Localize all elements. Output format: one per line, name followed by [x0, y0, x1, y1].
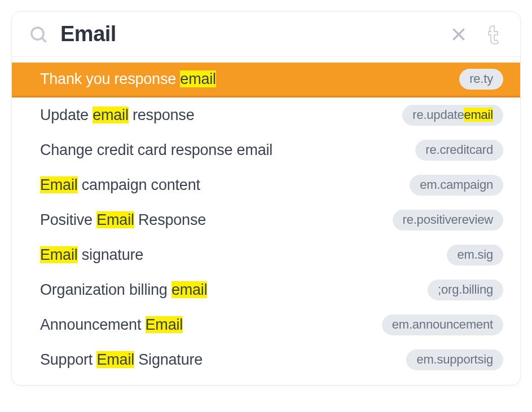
result-key-pill: re.updateemail — [402, 105, 503, 126]
result-label: Change credit card response email — [40, 141, 272, 159]
results-list: Thank you response emailre.tyUpdate emai… — [12, 57, 520, 385]
result-key-pill: em.sig — [447, 245, 503, 265]
result-label: Thank you response email — [40, 70, 216, 88]
result-key-pill: em.supportsig — [406, 349, 503, 370]
search-bar — [12, 12, 520, 57]
result-label: Email campaign content — [40, 176, 200, 194]
search-input[interactable] — [60, 22, 438, 46]
result-row[interactable]: Support Email Signatureem.supportsig — [12, 342, 520, 377]
result-row[interactable]: Change credit card response emailre.cred… — [12, 132, 520, 167]
result-label: Update email response — [40, 107, 194, 124]
result-label: Announcement Email — [40, 316, 183, 334]
search-icon — [29, 25, 48, 44]
result-row[interactable]: Announcement Emailem.announcement — [12, 307, 520, 342]
result-label: Support Email Signature — [40, 351, 203, 369]
clear-icon[interactable] — [450, 26, 467, 43]
result-label: Organization billing email — [40, 281, 207, 299]
result-row[interactable]: Email signatureem.sig — [12, 237, 520, 272]
result-row[interactable]: Thank you response emailre.ty — [12, 63, 520, 98]
result-key-pill: re.creditcard — [415, 140, 503, 161]
result-key-pill: re.positivereview — [393, 210, 503, 231]
result-row[interactable]: Update email responsere.updateemail — [12, 98, 520, 132]
result-key-pill: em.campaign — [410, 175, 503, 196]
result-label: Email signature — [40, 246, 143, 264]
svg-line-1 — [42, 38, 46, 41]
result-key-pill: re.ty — [459, 69, 503, 90]
result-key-pill: ;org.billing — [428, 280, 503, 300]
result-label: Positive Email Response — [40, 211, 206, 229]
search-panel: Thank you response emailre.tyUpdate emai… — [11, 11, 521, 386]
result-key-pill: em.announcement — [382, 314, 503, 335]
result-row[interactable]: Email campaign contentem.campaign — [12, 167, 520, 202]
brand-icon[interactable] — [483, 23, 503, 46]
result-row[interactable]: Organization billing email;org.billing — [12, 272, 520, 307]
result-row[interactable]: Positive Email Responsere.positivereview — [12, 202, 520, 237]
